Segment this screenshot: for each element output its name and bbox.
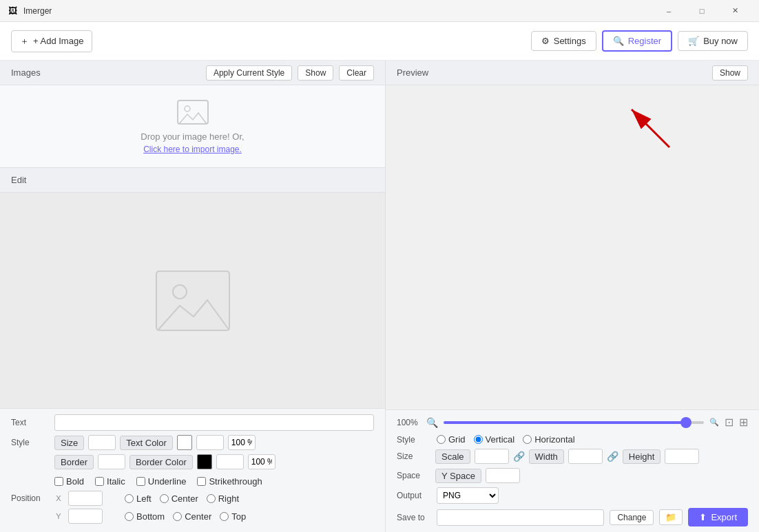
export-button[interactable]: ⬆ Export	[688, 508, 748, 526]
bottom-radio-item[interactable]: Bottom	[125, 511, 165, 522]
bold-checkbox-item[interactable]: Bold	[54, 476, 84, 487]
border-value-input[interactable]: 1	[98, 454, 125, 469]
width-input[interactable]: 0	[568, 449, 603, 464]
horizontal-radio-item[interactable]: Horizontal	[523, 434, 575, 445]
fit-width-icon[interactable]: ⊞	[739, 416, 748, 429]
horizontal-radio-group: Left Center Right	[125, 493, 239, 504]
strikethrough-checkbox[interactable]	[197, 477, 206, 486]
buy-now-button[interactable]: 🛒 Buy now	[678, 31, 748, 51]
link-width-icon[interactable]: 🔗	[607, 451, 618, 462]
apply-style-button[interactable]: Apply Current Style	[206, 65, 292, 81]
grid-radio[interactable]	[437, 435, 446, 444]
maximize-button[interactable]: □	[686, 0, 718, 22]
position-y-row: Y 268 Bottom Center Top	[11, 509, 374, 524]
vertical-radio[interactable]	[474, 435, 483, 444]
preview-canvas	[386, 85, 759, 409]
import-link[interactable]: Click here to import image.	[143, 145, 242, 154]
size-box: Size	[54, 436, 84, 450]
left-radio[interactable]	[125, 494, 134, 503]
right-radio[interactable]	[207, 494, 216, 503]
titlebar: 🖼 Imerger – □ ✕	[0, 0, 759, 22]
width-label: Width	[535, 451, 558, 462]
center2-label: Center	[185, 511, 211, 522]
y-label: Y	[54, 512, 63, 520]
text-color-pct-input[interactable]	[228, 435, 256, 450]
minimize-button[interactable]: –	[653, 0, 685, 22]
horizontal-radio[interactable]	[523, 435, 532, 444]
edit-section	[0, 193, 385, 408]
grid-radio-item[interactable]: Grid	[437, 434, 466, 445]
strikethrough-checkbox-item[interactable]: Strikethrough	[197, 476, 262, 487]
text-color-box: Text Color	[120, 436, 173, 450]
edit-section-header: Edit	[0, 168, 385, 193]
top-radio-item[interactable]: Top	[220, 511, 246, 522]
preview-header: Preview Show	[386, 61, 759, 85]
fit-icon[interactable]: ⊡	[725, 416, 734, 429]
text-label: Text	[11, 418, 49, 427]
height-input[interactable]: 0	[665, 449, 699, 464]
zoom-in-icon[interactable]: 🔍	[709, 418, 719, 427]
right-bottom-controls: 100% 🔍 🔍 ⊡ ⊞ Style Grid Vertical	[386, 409, 759, 532]
settings-button[interactable]: ⚙ Settings	[531, 31, 596, 51]
border-color-hex-input[interactable]: 000000	[216, 454, 244, 469]
folder-button[interactable]: 📁	[659, 509, 683, 525]
center2-radio-item[interactable]: Center	[173, 511, 211, 522]
center1-radio[interactable]	[160, 494, 169, 503]
underline-checkbox[interactable]	[136, 477, 145, 486]
bottom-radio[interactable]	[125, 512, 134, 521]
center2-radio[interactable]	[173, 512, 182, 521]
right-radio-item[interactable]: Right	[207, 493, 239, 504]
bottom-controls: Text Style Size 18 Text Color FFFFFF	[0, 408, 385, 532]
save-path-input[interactable]: beesoft/Pictures/Imerger	[437, 509, 604, 526]
settings-label: Settings	[554, 36, 586, 46]
register-icon: 🔍	[613, 36, 624, 46]
drop-area[interactable]: Drop your image here! Or, Click here to …	[0, 85, 385, 168]
zoom-slider[interactable]	[444, 421, 704, 424]
border-label: Border	[61, 457, 87, 467]
bold-checkbox[interactable]	[54, 477, 63, 486]
show-preview-button[interactable]: Show	[712, 65, 748, 81]
plus-icon: ＋	[20, 35, 29, 47]
scale-input[interactable]: 100	[475, 449, 509, 464]
left-radio-item[interactable]: Left	[125, 493, 152, 504]
underline-label: Underline	[148, 476, 187, 487]
center1-radio-item[interactable]: Center	[160, 493, 198, 504]
text-color-swatch[interactable]	[177, 435, 192, 450]
add-image-label: + Add Image	[33, 36, 83, 46]
change-button[interactable]: Change	[610, 510, 654, 525]
clear-button[interactable]: Clear	[339, 65, 374, 81]
italic-checkbox-item[interactable]: Italic	[95, 476, 125, 487]
y-input[interactable]: 268	[68, 509, 103, 524]
vertical-radio-item[interactable]: Vertical	[474, 434, 515, 445]
output-select[interactable]: PNG JPG WebP	[437, 487, 499, 504]
image-placeholder-icon	[176, 98, 210, 126]
x-input[interactable]: 192	[68, 491, 103, 506]
size-right-label: Size	[397, 451, 431, 461]
images-label: Images	[11, 67, 200, 78]
underline-checkbox-item[interactable]: Underline	[136, 476, 187, 487]
strikethrough-label: Strikethrough	[209, 476, 262, 487]
close-button[interactable]: ✕	[719, 0, 751, 22]
size-value-input[interactable]: 18	[88, 435, 116, 450]
height-label: Height	[629, 451, 655, 462]
style-label: Style	[11, 438, 49, 447]
zoom-pct-label: 100%	[397, 418, 421, 427]
italic-checkbox[interactable]	[95, 477, 104, 486]
top-radio[interactable]	[220, 512, 229, 521]
text-color-hex-input[interactable]: FFFFFF	[196, 435, 224, 450]
edit-label: Edit	[11, 175, 26, 185]
zoom-out-icon[interactable]: 🔍	[426, 417, 438, 428]
border-color-swatch[interactable]	[197, 454, 212, 469]
show-images-button[interactable]: Show	[298, 65, 333, 81]
preview-label: Preview	[397, 67, 712, 78]
y-space-input[interactable]: 0	[486, 468, 520, 483]
border-color-pct-input[interactable]	[248, 454, 275, 469]
y-space-label-box: Y Space	[435, 469, 481, 483]
vertical-label: Vertical	[486, 434, 515, 445]
app-icon: 🖼	[8, 6, 19, 17]
add-image-button[interactable]: ＋ + Add Image	[11, 30, 92, 52]
text-input[interactable]	[54, 414, 374, 431]
link-scale-icon[interactable]: 🔗	[513, 451, 525, 462]
register-button[interactable]: 🔍 Register	[602, 30, 672, 52]
height-label-box: Height	[623, 449, 661, 464]
